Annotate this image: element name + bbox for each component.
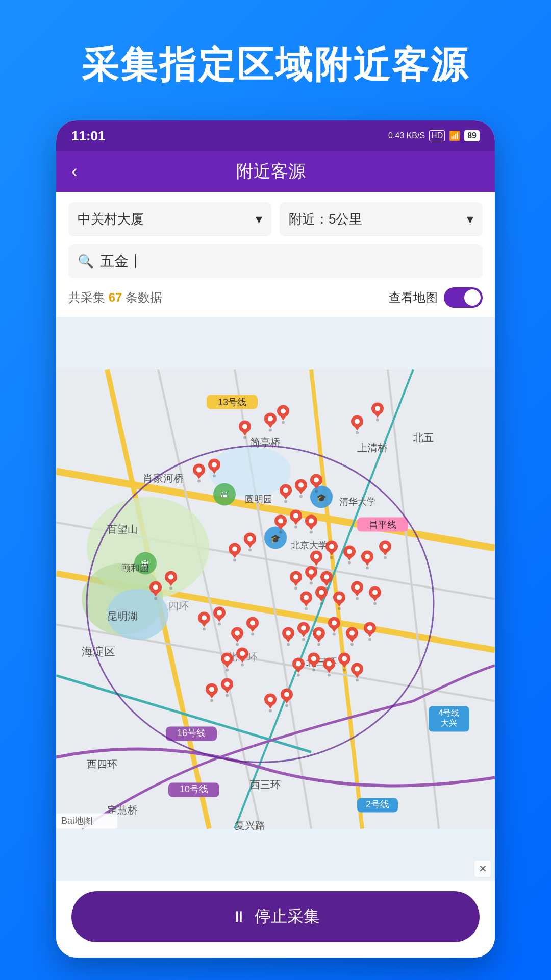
svg-point-187 [236,643,239,646]
svg-text:颐和园: 颐和园 [121,563,149,573]
svg-point-94 [314,478,319,483]
svg-point-86 [283,488,288,493]
svg-point-211 [350,643,354,646]
svg-point-130 [365,554,370,559]
svg-point-127 [348,561,351,565]
svg-point-239 [343,669,346,672]
svg-text:北五: 北五 [413,432,434,443]
svg-point-214 [367,626,372,631]
svg-point-175 [169,587,172,590]
svg-text:西四环: 西四环 [87,758,117,770]
svg-point-250 [224,682,230,687]
svg-point-198 [301,626,306,631]
svg-text:大兴: 大兴 [441,719,457,727]
location-chevron-icon: ▾ [256,211,262,227]
svg-point-243 [356,679,359,682]
svg-point-107 [310,531,313,534]
svg-point-183 [218,623,221,626]
svg-point-259 [285,704,288,707]
svg-text:🎓: 🎓 [316,493,327,503]
map-toggle-label: 查看地图 [389,289,438,306]
svg-text:昌平线: 昌平线 [369,520,396,530]
search-icon: 🔍 [78,254,94,270]
svg-point-158 [337,595,342,600]
svg-point-167 [373,602,377,605]
range-chevron-icon: ▾ [467,211,473,227]
stop-collection-button[interactable]: ⏸ 停止采集 [71,891,480,942]
bottom-bar: ⏸ 停止采集 [56,881,495,958]
svg-text:北京大学: 北京大学 [291,540,328,550]
svg-point-79 [197,480,201,483]
svg-point-230 [311,656,316,662]
svg-point-126 [347,549,352,554]
svg-point-71 [356,431,359,434]
map-toggle-switch[interactable] [444,287,483,308]
svg-point-106 [309,519,314,524]
speed-indicator: 0.43 KB/S [388,131,425,140]
svg-point-78 [196,468,202,473]
svg-point-154 [319,590,324,595]
svg-point-91 [299,495,303,498]
svg-point-179 [203,628,206,631]
nav-title: 附近客源 [88,160,454,183]
svg-point-195 [287,643,290,646]
map-area: 13号线 昌平线 16号线 10号线 2号线 4号线 大兴 百望山 昆明湖 海淀… [56,317,495,881]
stop-button-label: 停止采集 [255,905,320,928]
map-toggle-area: 查看地图 [389,287,483,308]
location-select[interactable]: 中关村大厦 ▾ [68,202,271,236]
svg-point-247 [210,699,213,702]
close-map-button[interactable]: ✕ [474,861,491,877]
svg-point-143 [310,582,313,585]
svg-point-70 [355,419,360,424]
range-select[interactable]: 附近：5公里 ▾ [280,202,483,236]
toggle-knob [464,289,481,306]
svg-point-174 [168,575,173,580]
svg-point-114 [247,536,253,542]
svg-point-219 [226,669,229,672]
svg-point-162 [355,585,360,590]
svg-point-210 [349,631,355,636]
svg-point-234 [327,662,332,667]
stats-row: 共采集 67 条数据 查看地图 [68,285,483,312]
back-button[interactable]: ‹ [71,161,78,182]
svg-point-134 [383,544,388,549]
svg-point-227 [297,674,300,677]
svg-text:圆明园: 圆明园 [245,494,272,504]
map-svg: 13号线 昌平线 16号线 10号线 2号线 4号线 大兴 百望山 昆明湖 海淀… [56,317,495,881]
svg-point-63 [269,429,272,432]
svg-point-98 [278,519,283,524]
status-icons: 0.43 KB/S HD 📶 89 [388,130,480,141]
svg-text:复兴路: 复兴路 [235,820,265,831]
svg-text:四环: 四环 [168,600,189,611]
hd-badge: HD [429,130,445,141]
search-input[interactable]: 五金 [100,252,129,271]
pause-icon: ⏸ [231,908,246,925]
svg-point-186 [235,631,240,636]
svg-text:昆明湖: 昆明湖 [107,610,138,622]
cursor [135,254,136,268]
svg-point-242 [355,667,360,672]
svg-point-87 [284,500,287,503]
svg-point-171 [154,597,157,600]
svg-point-246 [209,687,214,692]
stats-count: 67 [109,290,122,304]
svg-point-206 [332,621,337,626]
svg-point-223 [241,664,244,667]
svg-text:清华大学: 清华大学 [339,497,376,507]
svg-point-115 [248,549,252,552]
svg-point-139 [294,587,297,590]
page-title: 采集指定区域附近客源 [82,41,469,90]
svg-point-207 [333,633,336,636]
svg-text:Bai地图: Bai地图 [61,816,93,826]
svg-point-222 [240,651,245,656]
svg-point-151 [305,607,308,610]
location-value: 中关村大厦 [78,210,144,228]
status-time: 11:01 [71,128,106,144]
svg-point-118 [314,554,319,559]
svg-point-110 [232,547,237,552]
svg-point-123 [330,556,333,559]
select-row: 中关村大厦 ▾ 附近：5公里 ▾ [68,202,483,236]
svg-point-170 [153,585,158,590]
svg-point-231 [312,669,315,672]
nav-bar: ‹ 附近客源 [56,151,495,192]
